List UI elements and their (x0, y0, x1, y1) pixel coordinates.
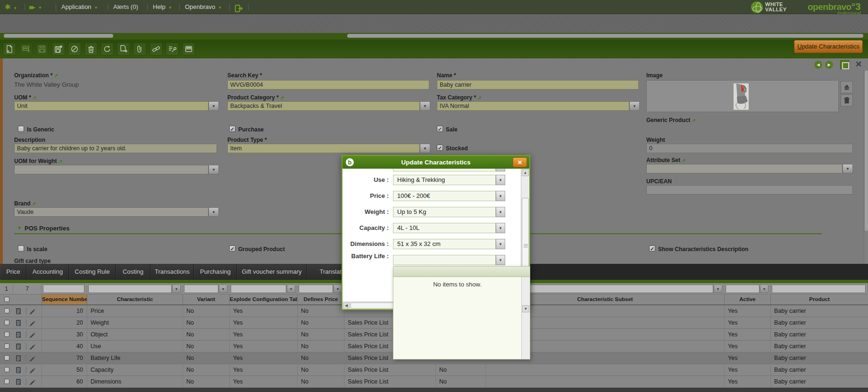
subtab-costing-rule[interactable]: Costing Rule (69, 264, 116, 280)
toolbar-export-button[interactable] (117, 42, 130, 56)
scroll-up-icon[interactable]: ▲ (522, 169, 529, 176)
link-icon[interactable]: ↗ (54, 73, 58, 78)
attribute-set-select[interactable]: ▼ (646, 164, 853, 173)
link-icon[interactable]: ↗ (280, 95, 284, 100)
subtab-transactions[interactable]: Transactions (150, 264, 194, 280)
weight-field[interactable]: 0 (646, 144, 853, 153)
column-header-product[interactable]: Product (770, 294, 868, 304)
filter-input-characteristic[interactable] (88, 285, 172, 293)
row-checkbox[interactable] (4, 355, 9, 360)
row-checkbox[interactable] (4, 379, 9, 384)
grid-row-dimensions[interactable]: 60DimensionsNoYesNoSales Price ListNoYes… (0, 376, 868, 388)
chevron-down-icon[interactable]: ▼ (496, 207, 505, 217)
subtab-purchasing[interactable]: Purchasing (194, 264, 237, 280)
filter-dropdown-icon[interactable]: ▼ (287, 285, 295, 293)
toolbar-delete-button[interactable] (84, 42, 98, 56)
menu-openbravo[interactable]: Openbravo▼ (185, 0, 222, 14)
subtab-price[interactable]: Price (0, 264, 26, 280)
filter-dropdown-icon[interactable]: ▼ (760, 285, 768, 293)
grouped-product-checkbox[interactable]: ✓ (229, 245, 235, 252)
column-header-defines_price[interactable]: Defines Price (297, 294, 344, 304)
link-icon[interactable]: ↗ (682, 158, 685, 163)
toolbar-link-button[interactable] (150, 42, 163, 56)
description-field[interactable]: Baby carrier for children up to 2 years … (14, 144, 217, 153)
filter-input-product[interactable] (772, 285, 866, 293)
menu-application[interactable]: Application▼ (61, 0, 98, 14)
picklist-scrollbar[interactable]: ▼ (521, 277, 530, 359)
logout-icon[interactable] (235, 3, 243, 11)
search-key-field[interactable]: WVG/B0004 (227, 80, 429, 90)
filter-input-active[interactable] (726, 285, 760, 293)
toolbar-grid-view-button[interactable] (182, 42, 195, 56)
chevron-down-icon[interactable]: ▼ (843, 164, 853, 173)
uom-for-weight-select[interactable]: ▼ (14, 165, 219, 174)
chevron-down-icon[interactable]: ▼ (209, 207, 219, 217)
toolbar-cancel-button[interactable] (68, 42, 81, 56)
tax-category-select[interactable]: IVA Normal▼ (437, 101, 640, 111)
capacity-select[interactable]: 4L - 10L (393, 223, 496, 233)
chevron-down-icon[interactable]: ▼ (496, 175, 505, 185)
row-checkbox[interactable] (4, 367, 9, 372)
chevron-down-icon[interactable]: ▼ (496, 191, 505, 201)
is-generic-checkbox[interactable] (18, 126, 24, 132)
dimensions-select[interactable]: 51 x 35 x 32 cm (393, 239, 496, 249)
subtab-gift-voucher-summary[interactable]: Gift voucher summary (237, 264, 307, 280)
subtab-costing[interactable]: Costing (116, 264, 150, 280)
row-checkbox[interactable] (4, 320, 9, 325)
link-icon[interactable]: ↗ (692, 118, 695, 123)
close-view-icon[interactable]: ✕ (854, 60, 863, 69)
sale-checkbox[interactable]: ✓ (437, 126, 443, 132)
use-select[interactable]: Hiking & Trekking (393, 175, 496, 185)
toolbar-audit-button[interactable] (166, 42, 179, 56)
scroll-left-icon[interactable]: ◀ (343, 302, 350, 309)
filter-dropdown-icon[interactable]: ▼ (172, 285, 181, 293)
chevron-down-icon[interactable]: ▼ (209, 165, 219, 174)
toolbar-new-row-button[interactable] (19, 42, 33, 56)
chevron-down-icon[interactable]: ▼ (496, 255, 505, 265)
product-type-select[interactable]: Item▼ (227, 144, 430, 153)
filter-dropdown-icon[interactable]: ▼ (714, 285, 722, 293)
row-checkbox[interactable] (4, 308, 9, 313)
chevron-down-icon[interactable]: ▼ (420, 144, 430, 153)
chevron-down-icon[interactable]: ▼ (209, 101, 219, 111)
link-icon[interactable]: ↗ (477, 95, 481, 100)
toolbar-refresh-button[interactable] (100, 42, 114, 56)
update-characteristics-button[interactable]: Update Characteristics (794, 40, 863, 53)
toolbar-attachment-button[interactable] (133, 42, 146, 56)
toolbar-save-close-button[interactable] (52, 42, 65, 56)
price-select[interactable]: 100€ - 200€ (393, 191, 496, 201)
filter-dropdown-icon[interactable]: ▼ (219, 285, 227, 293)
name-field[interactable]: Baby carrier (437, 80, 639, 90)
filter-input-variant[interactable] (184, 285, 218, 293)
chevron-down-icon[interactable]: ▼ (420, 101, 430, 111)
grid-row-capacity[interactable]: 50CapacityNoYesNoSales Price ListNoYesBa… (0, 364, 868, 376)
chevron-down-icon[interactable]: ▼ (496, 239, 505, 249)
filter-input-explode[interactable] (231, 285, 286, 293)
battery-life-select[interactable] (393, 255, 496, 265)
toolbar-save-button[interactable] (35, 42, 49, 56)
maximize-view-icon[interactable] (840, 60, 849, 69)
chevron-down-icon[interactable]: ▼ (496, 169, 505, 172)
row-checkbox[interactable] (4, 343, 9, 349)
toolbar-new-document-button[interactable] (3, 42, 16, 56)
pos-properties-section-label[interactable]: POS Properties (25, 225, 69, 232)
link-icon[interactable]: ↗ (32, 201, 36, 206)
subtab-accounting[interactable]: Accounting (26, 264, 69, 280)
scroll-down-icon[interactable]: ▼ (522, 305, 529, 312)
product-image[interactable] (646, 80, 839, 112)
uom-select[interactable]: Unit▼ (14, 101, 219, 111)
menu-help[interactable]: Help▼ (153, 0, 172, 14)
column-header-explode[interactable]: Explode Configuration Tab (229, 294, 297, 304)
scrollbar-thumb[interactable] (865, 71, 868, 231)
section-collapse-icon[interactable]: ▼ (17, 225, 22, 230)
stocked-checkbox[interactable]: ✓ (437, 145, 443, 151)
show-characteristics-description-checkbox[interactable]: ✓ (649, 245, 655, 252)
column-header-variant[interactable]: Variant (183, 294, 229, 304)
bookmark-star-icon[interactable]: ✱▼ (5, 0, 17, 14)
brand-select[interactable]: Vaude▼ (14, 207, 219, 217)
menu-alerts[interactable]: Alerts (0) (113, 0, 138, 14)
filter-input-seq[interactable] (43, 285, 84, 293)
next-record-icon[interactable]: ▶ (825, 61, 833, 69)
link-icon[interactable]: ↗ (58, 159, 62, 164)
previous-record-icon[interactable]: ◀ (814, 61, 822, 69)
